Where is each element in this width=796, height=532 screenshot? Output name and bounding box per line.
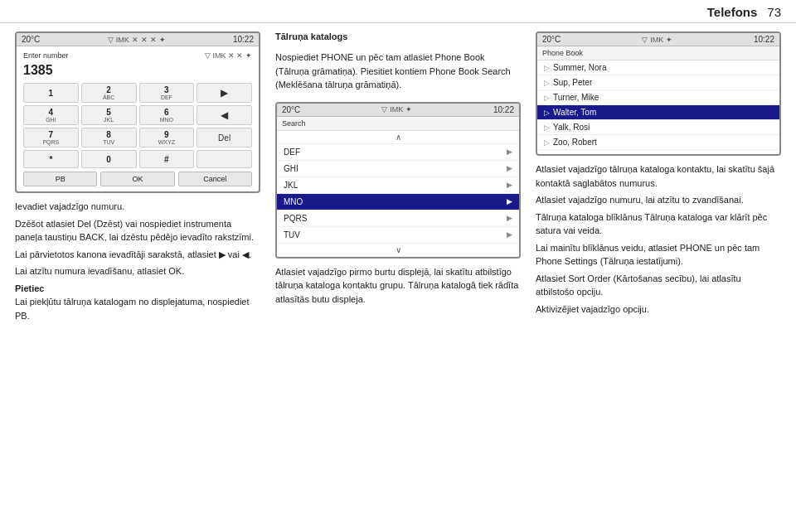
phonebook-item-turner[interactable]: ▷ Turner, Mike xyxy=(537,90,779,105)
dial-screen-header: 20°C ▽ IMK ✕ ✕ ✕ ✦ 10:22 xyxy=(17,33,259,46)
search-item-arrow: ▶ xyxy=(507,148,512,156)
page-header: Telefons 73 xyxy=(0,0,796,23)
col1-text-1: Ievadiet vajadzīgo numuru. xyxy=(15,200,260,214)
dial-time: 10:22 xyxy=(233,35,254,44)
search-screen-body: Search ∧ DEF ▶ GHI ▶ JKL ▶ xyxy=(277,117,519,257)
phonebook-item-summer[interactable]: ▷ Summer, Nora xyxy=(537,60,779,75)
dial-key-del[interactable]: Del xyxy=(197,128,252,148)
dial-screen-header-left: 20°C xyxy=(22,35,40,44)
col3-text-6: Aktivizējiet vajadzīgo opciju. xyxy=(536,302,781,317)
dial-number-display: 1385 xyxy=(23,63,252,78)
search-item-arrow-active: ▶ xyxy=(507,197,512,206)
search-item-def[interactable]: DEF ▶ xyxy=(277,144,519,161)
dial-key-4[interactable]: 4 GHI xyxy=(23,105,79,125)
col2-body-after: Atlasiet vajadzīgo pirmo burtu displejā,… xyxy=(275,265,521,310)
search-item-arrow: ▶ xyxy=(507,164,512,172)
phonebook-item-sup[interactable]: ▷ Sup, Peter xyxy=(537,75,779,90)
col3-text-1: Atlasiet vajadzīgo tālruņa kataloga kont… xyxy=(536,162,781,190)
dial-input-row: Enter number ▽ IMK ✕ ✕ ✦ xyxy=(23,51,252,60)
phonebook-item-zoo[interactable]: ▷ Zoo, Robert xyxy=(537,135,779,150)
phonebook-list: ▷ Summer, Nora ▷ Sup, Peter ▷ Turner, Mi… xyxy=(537,60,779,150)
dial-key-7[interactable]: 7 PQRS xyxy=(23,128,79,148)
page-title-area: Telefons 73 xyxy=(707,5,781,19)
dial-label: Enter number xyxy=(23,51,69,60)
phonebook-title-row: Phone Book xyxy=(537,46,779,60)
dial-key-1[interactable]: 1 xyxy=(23,83,79,103)
phonebook-screen: 20°C ▽ IMK ✦ 10:22 Phone Book ▷ xyxy=(536,31,781,156)
col1-text-4: Lai atzītu numura ievadīšanu, atlasiet O… xyxy=(15,264,260,278)
search-time: 10:22 xyxy=(493,105,514,114)
phonebook-label: Phone Book xyxy=(542,49,774,57)
dial-screen-icons: ▽ IMK ✕ ✕ ✕ ✦ xyxy=(108,36,166,44)
page-title: Telefons xyxy=(707,5,758,19)
phonebook-temp: 20°C xyxy=(542,35,561,44)
search-screen-header: 20°C ▽ IMK ✦ 10:22 xyxy=(277,104,519,117)
col3-text-4: Lai mainītu blīklānus veidu, atlasiet PH… xyxy=(536,241,781,268)
search-item-arrow: ▶ xyxy=(507,181,512,189)
dial-key-6[interactable]: 6 MNO xyxy=(139,105,195,125)
main-content: 20°C ▽ IMK ✕ ✕ ✕ ✦ 10:22 Enter number ▽ … xyxy=(0,23,796,529)
dial-key-0[interactable]: 0 xyxy=(81,150,137,168)
page-number: 73 xyxy=(767,5,781,19)
col2-intro-text: Nospiediet PHONE un pēc tam atlasiet Pho… xyxy=(275,51,521,92)
search-screen-header-left: 20°C xyxy=(282,105,300,114)
search-item-arrow: ▶ xyxy=(507,214,512,222)
column-1: 20°C ▽ IMK ✕ ✕ ✕ ✦ 10:22 Enter number ▽ … xyxy=(15,31,260,520)
phonebook-screen-body: Phone Book ▷ Summer, Nora ▷ Sup, Peter ▷… xyxy=(537,46,779,154)
search-scroll-down[interactable]: ∨ xyxy=(277,244,519,257)
column-2: Tālruņa katalogs Nospiediet PHONE un pēc… xyxy=(275,31,521,520)
dial-key-2[interactable]: 2 ABC xyxy=(81,83,137,103)
search-label: Search xyxy=(282,119,514,128)
col1-note: PietiecLai piekļūtu tālruņa katalogam no… xyxy=(15,282,260,323)
phonebook-item-walter[interactable]: ▷ Walter, Tom xyxy=(537,105,779,120)
dial-key-empty xyxy=(197,150,252,168)
col2-body-intro: Nospiediet PHONE un pēc tam atlasiet Pho… xyxy=(275,51,521,95)
phonebook-screen-header-right: 10:22 xyxy=(754,35,774,44)
col3-text-2: Atlasiet vajadzīgo numuru, lai atzītu to… xyxy=(536,193,781,207)
col2-after-text: Atlasiet vajadzīgo pirmo burtu displejā,… xyxy=(275,265,521,307)
search-screen-header-right: 10:22 xyxy=(493,105,514,114)
search-item-ghi[interactable]: GHI ▶ xyxy=(277,161,519,177)
search-item-tuv[interactable]: TUV ▶ xyxy=(277,227,519,244)
dial-keypad: 1 2 ABC 3 DEF ▶ 4 xyxy=(23,83,252,168)
dial-key-5[interactable]: 5 JKL xyxy=(81,105,137,125)
dial-ok-button[interactable]: OK xyxy=(100,172,174,186)
dial-key-3[interactable]: 3 DEF xyxy=(139,83,195,103)
dial-screen-body: Enter number ▽ IMK ✕ ✕ ✦ 1385 1 2 ABC 3 xyxy=(17,46,259,191)
phonebook-screen-header: 20°C ▽ IMK ✦ 10:22 xyxy=(537,33,779,46)
phonebook-item-yalk[interactable]: ▷ Yalk, Rosi xyxy=(537,120,779,135)
dial-key-8[interactable]: 8 TUV xyxy=(81,128,137,148)
search-item-arrow: ▶ xyxy=(507,230,512,239)
dial-key-9[interactable]: 9 WXYZ xyxy=(139,128,195,148)
search-item-mno[interactable]: MNO ▶ xyxy=(277,194,519,210)
search-screen: 20°C ▽ IMK ✦ 10:22 Search ∧ DEF xyxy=(275,102,521,259)
search-item-jkl[interactable]: JKL ▶ xyxy=(277,177,519,194)
dial-screen: 20°C ▽ IMK ✕ ✕ ✕ ✦ 10:22 Enter number ▽ … xyxy=(15,31,260,193)
dial-bottom-row: PB OK Cancel xyxy=(23,172,252,186)
col3-text-5: Atlasiet Sort Order (Kārtošanas secību),… xyxy=(536,272,781,299)
col3-text-3: Tālruņa kataloga blīklānus Tālruņa katal… xyxy=(536,210,781,238)
phonebook-screen-header-left: 20°C xyxy=(542,35,561,44)
search-screen-icons: ▽ IMK ✦ xyxy=(381,105,412,114)
search-temp: 20°C xyxy=(282,105,300,114)
col3-body-text: Atlasiet vajadzīgo tālruņa kataloga kont… xyxy=(536,162,781,319)
search-input-row: Search xyxy=(277,117,519,131)
col2-section-heading: Tālruņa katalogs xyxy=(275,31,521,41)
col1-body-text: Ievadiet vajadzīgo numuru. Dzēšot atlasi… xyxy=(15,200,260,326)
dial-cancel-button[interactable]: Cancel xyxy=(178,172,252,186)
phonebook-screen-icons: ▽ IMK ✦ xyxy=(642,36,672,44)
search-item-pqrs[interactable]: PQRS ▶ xyxy=(277,210,519,227)
phonebook-time: 10:22 xyxy=(754,35,774,44)
col1-text-2: Dzēšot atlasiet Del (Dzēst) vai nospiedi… xyxy=(15,217,260,244)
column-3: 20°C ▽ IMK ✦ 10:22 Phone Book ▷ xyxy=(536,31,781,520)
dial-key-left-arrow[interactable]: ◀ xyxy=(197,105,252,125)
dial-key-hash[interactable]: # xyxy=(139,150,195,168)
dial-key-star[interactable]: * xyxy=(23,150,79,168)
col1-text-3: Lai pārvietotos kanona ievadītāji saraks… xyxy=(15,248,260,262)
dial-key-right-arrow[interactable]: ▶ xyxy=(197,83,252,103)
dial-screen-header-right: 10:22 xyxy=(233,35,254,44)
dial-pb-button[interactable]: PB xyxy=(23,172,97,186)
search-scroll-up[interactable]: ∧ xyxy=(277,131,519,144)
dial-temp: 20°C xyxy=(22,35,40,44)
dial-signal-icons: ▽ IMK ✕ ✕ ✦ xyxy=(205,51,252,60)
